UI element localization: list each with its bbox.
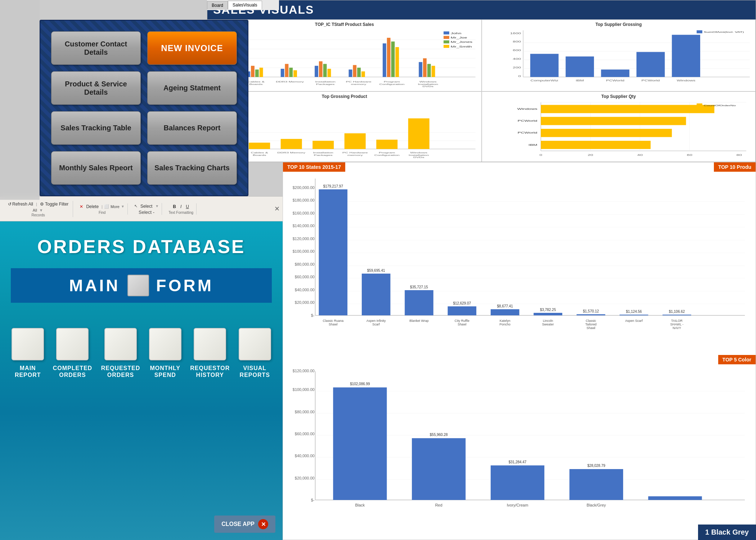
monthly-sales-btn[interactable]: Monthly Sales Rpeort <box>51 151 141 185</box>
sales-tracking-charts-btn[interactable]: Sales Tracking Charts <box>147 151 237 185</box>
svg-rect-50 <box>444 36 449 39</box>
svg-rect-27 <box>361 71 365 77</box>
svg-rect-149 <box>319 189 348 315</box>
svg-text:$-: $- <box>311 498 315 502</box>
more-select-row: Select - <box>139 210 154 215</box>
bold-btn[interactable]: B <box>171 203 177 210</box>
svg-text:400: 400 <box>513 58 521 60</box>
requested-orders-label: REQUESTEDORDERS <box>101 365 140 378</box>
main-report-icon-item[interactable]: MAINREPORT <box>12 328 44 378</box>
completed-orders-icon-item[interactable]: COMPLETEDORDERS <box>53 328 92 378</box>
svg-text:NAVY: NAVY <box>672 326 681 330</box>
tab-bar: Board SalesVisuals <box>207 0 279 10</box>
sales-visuals-panel: SALES VISUALS TOP_IC TStaff Product Sale… <box>207 0 756 162</box>
svg-text:$200,000.00: $200,000.00 <box>293 185 315 190</box>
top5-colors-chart-area: $- $20,000.00 $40,000.00 $60,000.00 $80,… <box>283 364 756 540</box>
svg-text:$1,124.56: $1,124.56 <box>626 310 642 314</box>
new-invoice-btn[interactable]: NEW INVOICE <box>147 31 237 65</box>
visual-reports-icon-item[interactable]: VISUALREPORTS <box>239 328 271 378</box>
svg-rect-23 <box>328 69 331 77</box>
svg-text:Windows: Windows <box>517 107 537 110</box>
svg-text:$120,000.00: $120,000.00 <box>293 237 315 241</box>
svg-rect-69 <box>566 57 594 77</box>
svg-text:1600: 1600 <box>510 32 521 35</box>
svg-rect-26 <box>357 68 361 77</box>
formatting-row: B I U <box>171 203 190 210</box>
charts-grid: TOP_IC TStaff Product Sales 0 0.2 0.4 0.… <box>207 19 756 162</box>
svg-text:$100,000.00: $100,000.00 <box>293 387 315 392</box>
svg-rect-33 <box>423 58 427 77</box>
svg-text:$40,000.00: $40,000.00 <box>295 288 315 292</box>
svg-text:Aspen Infinity: Aspen Infinity <box>366 319 386 323</box>
blur-overlay <box>0 0 40 200</box>
svg-text:Classic Ruana: Classic Ruana <box>323 319 343 323</box>
supplier-grossing-chart: Top Supplier Grossing 0 200 400 600 800 … <box>482 19 756 91</box>
monthly-spend-icon-item[interactable]: MONTHLYSPEND <box>149 328 181 378</box>
svg-text:PCWorld: PCWorld <box>517 120 537 122</box>
svg-text:$55,960.28: $55,960.28 <box>430 433 448 437</box>
balances-report-btn[interactable]: Balances Report <box>147 111 237 145</box>
svg-text:0: 0 <box>539 153 542 156</box>
product-service-btn[interactable]: Product & Service Details <box>51 71 141 105</box>
svg-text:40: 40 <box>637 153 643 156</box>
top-grossing-product-title: Top Grossing Product <box>210 94 479 99</box>
requestor-history-icon-item[interactable]: REQUESTORHISTORY <box>190 328 230 378</box>
customer-contact-btn[interactable]: Customer Contact Details <box>51 31 141 65</box>
board-tab[interactable]: Board <box>207 1 228 9</box>
svg-rect-22 <box>323 64 327 77</box>
svg-text:$28,028.79: $28,028.79 <box>587 464 605 468</box>
svg-rect-48 <box>444 31 449 34</box>
svg-text:memory: memory <box>347 154 363 156</box>
svg-rect-15 <box>260 68 263 77</box>
refresh-btn[interactable]: ↺ Refresh All <box>6 201 35 207</box>
select-btn[interactable]: Select <box>139 203 154 210</box>
bottom-right-badge: 1 Black Grey <box>698 525 756 540</box>
requested-orders-icon <box>104 328 137 360</box>
svg-text:$180,000.00: $180,000.00 <box>293 198 315 202</box>
svg-text:$60,000.00: $60,000.00 <box>295 275 315 279</box>
monthly-spend-icon <box>149 328 181 360</box>
requested-orders-icon-item[interactable]: REQUESTEDORDERS <box>101 328 140 378</box>
top10-products-label: TOP 10 Produ <box>714 162 756 172</box>
svg-text:Packages: Packages <box>314 154 333 156</box>
ageing-statement-btn[interactable]: Ageing Statment <box>147 71 237 105</box>
svg-text:80: 80 <box>736 153 742 156</box>
toggle-filter-btn[interactable]: ⚙ Toggle Filter <box>39 201 70 207</box>
find-label: Find <box>99 211 105 215</box>
svg-rect-92 <box>376 140 397 149</box>
underline-btn[interactable]: U <box>184 203 190 210</box>
orders-db-title: ORDERS DATABASE <box>0 221 283 265</box>
requestor-history-icon <box>194 328 226 360</box>
svg-text:DDR3 Memory: DDR3 Memory <box>277 151 305 154</box>
svg-rect-68 <box>530 54 558 77</box>
svg-text:PCWorld: PCWorld <box>641 79 660 82</box>
svg-text:200: 200 <box>513 66 521 69</box>
sales-tracking-table-btn[interactable]: Sales Tracking Table <box>51 111 141 145</box>
svg-rect-159 <box>534 313 562 315</box>
visual-reports-label: VISUALREPORTS <box>240 365 270 378</box>
svg-rect-17 <box>285 64 289 77</box>
svg-text:$1,106.62: $1,106.62 <box>669 310 685 314</box>
svg-text:Red: Red <box>435 503 442 507</box>
top5-colors-label: TOP 5 Color <box>718 355 756 364</box>
delete-btn[interactable]: Delete <box>85 203 100 210</box>
svg-rect-21 <box>319 61 323 77</box>
svg-text:SumOfAmt(Incl. VAT): SumOfAmt(Incl. VAT) <box>703 31 744 33</box>
svg-rect-18 <box>289 68 293 77</box>
svg-text:$8,677.41: $8,677.41 <box>497 304 513 308</box>
toolbar-close-btn[interactable]: ✕ <box>274 205 280 213</box>
svg-text:0: 0 <box>518 75 521 77</box>
sales-visuals-tab[interactable]: SalesVisuals <box>228 1 262 9</box>
svg-text:600: 600 <box>513 49 521 52</box>
svg-rect-88 <box>249 143 270 149</box>
svg-text:Shawl: Shawl <box>458 323 466 326</box>
monthly-spend-label: MONTHLYSPEND <box>150 365 180 378</box>
close-app-btn[interactable]: CLOSE APP ✕ <box>214 516 275 533</box>
svg-rect-155 <box>448 306 477 315</box>
form-logo <box>127 275 149 296</box>
italic-btn[interactable]: I <box>179 203 183 210</box>
svg-rect-207 <box>648 496 702 500</box>
svg-text:CountOfOrderNo: CountOfOrderNo <box>703 104 735 107</box>
formatting-section: B I U Text Formatting <box>166 203 197 215</box>
select-section: ↖ Select ▼ Select - <box>131 203 162 215</box>
